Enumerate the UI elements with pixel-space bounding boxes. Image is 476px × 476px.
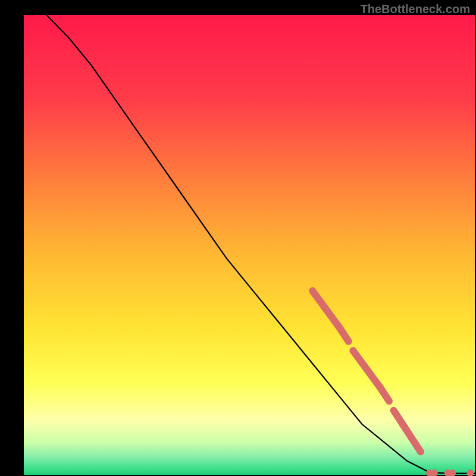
plot-background xyxy=(24,15,475,475)
chart-container: TheBottleneck.com xyxy=(0,0,476,476)
chart-svg xyxy=(0,0,476,476)
watermark-text: TheBottleneck.com xyxy=(361,2,470,16)
